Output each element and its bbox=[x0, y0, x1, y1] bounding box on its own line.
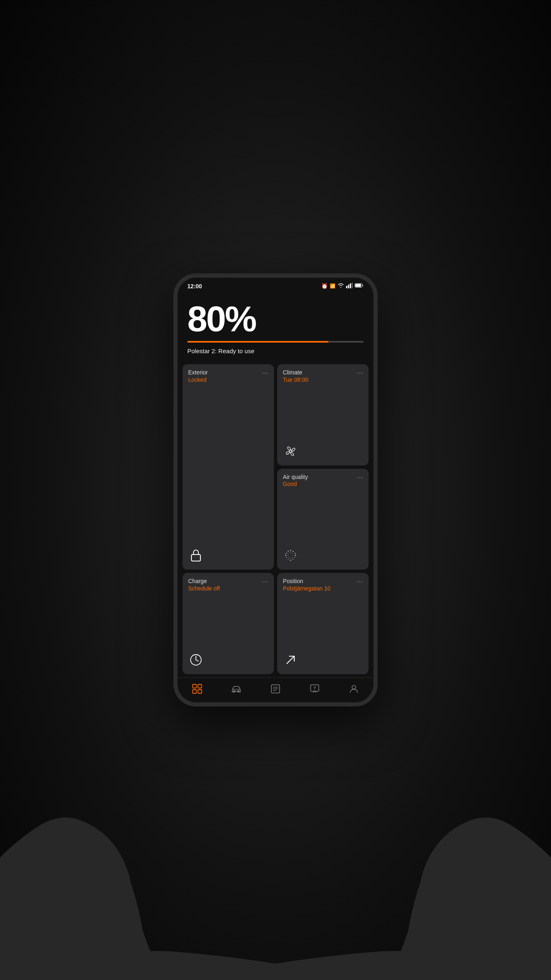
svg-rect-5 bbox=[355, 284, 361, 287]
fan-icon bbox=[283, 443, 363, 461]
charge-card[interactable]: Charge Schedule off ··· bbox=[182, 573, 274, 674]
position-title-group: Position Polstjärnegatan 10 bbox=[283, 578, 331, 592]
battery-bar-container bbox=[187, 341, 364, 343]
air-quality-card-header: Air quality Good ··· bbox=[283, 474, 363, 488]
status-icons: ⏰ 📶 bbox=[321, 283, 364, 290]
svg-rect-2 bbox=[350, 283, 351, 288]
notch bbox=[251, 278, 300, 289]
bottom-nav: ? bbox=[178, 677, 373, 702]
svg-rect-3 bbox=[352, 283, 353, 288]
svg-point-14 bbox=[293, 559, 293, 559]
svg-point-20 bbox=[288, 551, 289, 552]
position-card[interactable]: Position Polstjärnegatan 10 ··· bbox=[277, 573, 369, 674]
battery-status: Polestar 2: Ready to use bbox=[187, 347, 364, 354]
svg-point-18 bbox=[285, 555, 286, 556]
svg-rect-34 bbox=[198, 684, 202, 688]
svg-point-22 bbox=[292, 553, 293, 554]
svg-point-15 bbox=[290, 560, 291, 561]
nav-item-support[interactable]: ? bbox=[304, 682, 325, 696]
arrow-icon bbox=[283, 652, 363, 669]
list-nav-icon bbox=[270, 684, 281, 694]
svg-point-13 bbox=[294, 557, 295, 558]
app-content: 80% Polestar 2: Ready to use Exterior Lo… bbox=[178, 293, 373, 702]
svg-point-46 bbox=[352, 686, 356, 689]
battery-bar-fill bbox=[187, 341, 329, 343]
svg-text:?: ? bbox=[313, 686, 316, 690]
svg-point-12 bbox=[295, 555, 296, 556]
air-quality-title: Air quality bbox=[283, 474, 308, 481]
phone-frame: 12:00 ⏰ 📶 bbox=[173, 274, 378, 706]
profile-nav-icon bbox=[349, 684, 359, 694]
position-title: Position bbox=[283, 578, 331, 585]
svg-point-17 bbox=[286, 557, 287, 558]
charge-title-group: Charge Schedule off bbox=[188, 578, 220, 592]
nav-item-car[interactable] bbox=[226, 682, 247, 696]
nav-item-profile[interactable] bbox=[344, 682, 364, 696]
svg-point-10 bbox=[293, 551, 293, 552]
climate-more[interactable]: ··· bbox=[357, 369, 363, 376]
phone-screen: 12:00 ⏰ 📶 bbox=[178, 278, 373, 702]
svg-line-31 bbox=[196, 660, 198, 661]
svg-point-23 bbox=[293, 555, 293, 556]
svg-point-27 bbox=[288, 555, 289, 556]
svg-point-19 bbox=[286, 553, 287, 554]
phone-wrapper: 12:00 ⏰ 📶 bbox=[173, 274, 378, 706]
battery-hero: 80% Polestar 2: Ready to use bbox=[178, 293, 373, 361]
svg-point-7 bbox=[289, 450, 292, 452]
nav-item-home[interactable] bbox=[187, 682, 207, 696]
svg-rect-0 bbox=[346, 286, 347, 288]
svg-rect-1 bbox=[348, 285, 349, 288]
signal-icon bbox=[346, 283, 353, 290]
svg-point-26 bbox=[289, 557, 289, 558]
air-quality-subtitle: Good bbox=[283, 480, 308, 488]
climate-card-header: Climate Tue 08:00 ··· bbox=[283, 369, 363, 383]
exterior-more[interactable]: ··· bbox=[262, 369, 268, 376]
svg-line-32 bbox=[287, 656, 294, 664]
charge-subtitle: Schedule off bbox=[188, 585, 220, 592]
svg-point-24 bbox=[292, 557, 293, 558]
svg-rect-33 bbox=[193, 684, 196, 688]
position-subtitle: Polstjärnegatan 10 bbox=[283, 585, 331, 592]
climate-card[interactable]: Climate Tue 08:00 ··· bbox=[277, 364, 369, 466]
car-nav-icon bbox=[231, 684, 242, 694]
climate-title: Climate bbox=[283, 369, 309, 376]
lock-icon bbox=[188, 548, 268, 565]
position-more[interactable]: ··· bbox=[357, 578, 363, 585]
svg-point-8 bbox=[286, 550, 295, 560]
svg-rect-35 bbox=[193, 690, 196, 693]
svg-rect-6 bbox=[191, 555, 200, 561]
position-card-header: Position Polstjärnegatan 10 ··· bbox=[283, 578, 363, 592]
exterior-card-header: Exterior Locked ··· bbox=[188, 369, 268, 383]
charge-card-header: Charge Schedule off ··· bbox=[188, 578, 268, 592]
home-nav-icon bbox=[192, 684, 202, 694]
air-quality-title-group: Air quality Good bbox=[283, 474, 308, 488]
svg-point-25 bbox=[290, 558, 291, 559]
clock-icon bbox=[188, 652, 268, 669]
air-quality-icon bbox=[283, 548, 363, 565]
charge-title: Charge bbox=[188, 578, 220, 585]
svg-point-21 bbox=[290, 552, 291, 553]
svg-point-11 bbox=[295, 553, 295, 554]
wifi-icon bbox=[338, 283, 344, 290]
nav-item-list[interactable] bbox=[265, 682, 286, 696]
air-quality-card[interactable]: Air quality Good ··· bbox=[277, 469, 369, 570]
air-quality-more[interactable]: ··· bbox=[357, 474, 363, 481]
status-time: 12:00 bbox=[187, 283, 202, 290]
cards-grid: Exterior Locked ··· bbox=[178, 361, 373, 677]
exterior-title-group: Exterior Locked bbox=[188, 369, 208, 383]
battery-icon bbox=[355, 283, 364, 290]
battery-percent: 80% bbox=[187, 301, 364, 337]
alarm-icon: ⏰ bbox=[321, 283, 328, 289]
support-nav-icon: ? bbox=[309, 684, 320, 694]
climate-title-group: Climate Tue 08:00 bbox=[283, 369, 309, 383]
svg-point-9 bbox=[290, 550, 291, 551]
svg-point-28 bbox=[289, 553, 289, 554]
svg-rect-36 bbox=[198, 690, 202, 693]
exterior-subtitle: Locked bbox=[188, 376, 208, 383]
bluetooth-icon: 📶 bbox=[330, 283, 335, 289]
exterior-title: Exterior bbox=[188, 369, 208, 376]
charge-more[interactable]: ··· bbox=[262, 578, 268, 585]
climate-subtitle: Tue 08:00 bbox=[283, 376, 309, 383]
svg-point-16 bbox=[288, 559, 289, 559]
exterior-card[interactable]: Exterior Locked ··· bbox=[182, 364, 274, 570]
